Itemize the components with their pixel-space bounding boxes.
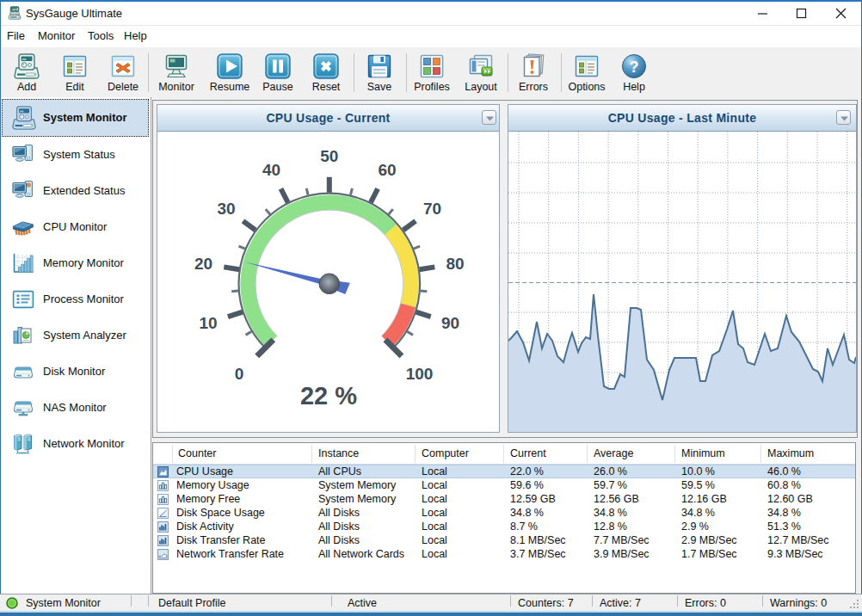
svg-text:60: 60 xyxy=(378,161,396,179)
svg-text:?: ? xyxy=(630,59,639,76)
svg-text:90: 90 xyxy=(441,314,459,332)
svg-text:30: 30 xyxy=(218,200,236,218)
svg-text:50: 50 xyxy=(320,147,338,165)
svg-text:70: 70 xyxy=(423,200,441,218)
svg-text:10: 10 xyxy=(199,314,217,332)
svg-text:20: 20 xyxy=(194,255,212,273)
svg-text:40: 40 xyxy=(262,161,280,179)
svg-text:22 %: 22 % xyxy=(300,382,357,410)
svg-text:80: 80 xyxy=(446,255,464,273)
svg-text:0: 0 xyxy=(235,365,244,383)
svg-text:100: 100 xyxy=(406,365,434,383)
